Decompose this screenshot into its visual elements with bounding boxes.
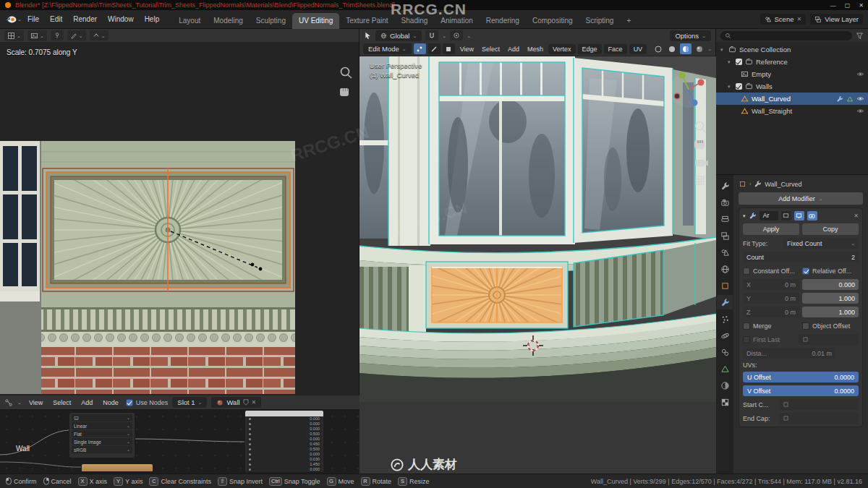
uv-editor-canvas[interactable]: Scale: 0.7075 along Y [0,42,359,395]
node-dropdown-row[interactable]: Linear⌄ [72,422,132,429]
solid-shading-icon[interactable] [666,43,678,54]
properties-tab-view-layer[interactable] [717,228,733,243]
node-slider-row[interactable]: 0.000 [247,437,322,442]
tab-add-workspace[interactable]: + [620,13,637,29]
node-slider-row[interactable]: 0.000 [247,421,322,427]
properties-tab-object[interactable] [717,278,733,293]
app-menu-chevron-icon[interactable]: ⌄ [17,17,22,22]
mode-dropdown[interactable]: Edit Mode⌄ [363,43,412,54]
wireframe-shading-icon[interactable] [652,43,664,54]
eye-icon[interactable] [856,95,864,102]
properties-tab-output[interactable] [717,212,733,226]
object-offset-checkbox[interactable] [802,322,809,330]
node-slider-row[interactable]: 1.450 [247,462,322,467]
collection-checkbox[interactable] [736,59,742,65]
scene-selector[interactable]: Scene ✕ [760,14,807,25]
menu-edit[interactable]: Edit [45,13,67,25]
relative-offset-z-field[interactable]: 1.000 [802,307,859,317]
properties-tab-world[interactable] [717,262,733,276]
tab-layout[interactable]: Layout [172,13,207,29]
properties-tab-render[interactable] [717,195,733,210]
properties-tab-texture[interactable] [717,395,733,409]
node-slider-row[interactable]: 0.000 [247,416,322,421]
relative-offset-y-field[interactable]: 1.000 [802,293,859,304]
shader-menu-add[interactable]: Add [78,399,95,406]
collection-checkbox[interactable] [736,83,742,90]
cursor-tool-icon[interactable] [364,31,372,40]
first-last-checkbox[interactable] [743,336,750,343]
edge-select-icon[interactable] [428,43,441,54]
menu-view[interactable]: View [457,46,477,53]
merge-checkbox[interactable] [743,322,750,330]
slot-dropdown[interactable]: Slot 1⌄ [172,397,207,408]
menu-add[interactable]: Add [505,46,522,53]
merge-distance-field[interactable]: Dista... 0.01 m [743,348,835,359]
collapsed-node-header[interactable] [81,463,153,472]
end-cap-field[interactable] [779,413,859,424]
filter-icon[interactable] [856,32,864,40]
properties-tab-object-data[interactable] [717,361,733,376]
unlink-material-icon[interactable]: ✕ [252,399,257,406]
menu-vertex[interactable]: Vertex [548,44,576,54]
properties-tab-physics[interactable] [717,328,733,343]
menu-help[interactable]: Help [140,13,165,25]
tab-rendering[interactable]: Rendering [480,13,526,29]
realtime-display-toggle[interactable] [794,211,804,221]
material-shading-icon[interactable] [680,43,692,54]
offset-object-field[interactable] [799,334,859,345]
uv-snap-button[interactable]: ⌄ [90,30,109,40]
delete-modifier-button[interactable]: ✕ [854,213,859,219]
snap-toggle-button[interactable] [425,30,438,40]
relative-offset-x-field[interactable]: 0.000 [802,279,859,290]
relative-offset-checkbox[interactable] [802,267,809,275]
node-slider-row[interactable]: 0.000 [247,452,322,457]
node-slider-row[interactable]: 0.030 [247,457,322,462]
face-select-icon[interactable] [443,43,455,54]
outliner-row-walls[interactable]: ▾ Walls [716,80,868,93]
properties-tab-constraints[interactable] [717,345,733,359]
proportional-options-chevron-icon[interactable]: ⌄ [467,33,471,38]
outliner-search-input[interactable] [720,31,852,40]
menu-window[interactable]: Window [103,13,139,25]
tab-sculpting[interactable]: Sculpting [250,13,292,29]
navigation-gizmo[interactable] [671,72,707,108]
eye-icon[interactable] [856,108,864,114]
fit-type-dropdown[interactable]: Fixed Count⌄ [783,238,859,249]
properties-tab-scene[interactable] [717,245,733,260]
menu-render[interactable]: Render [68,13,102,25]
node-dropdown-row[interactable]: Flat⌄ [72,430,132,437]
maximize-button[interactable]: ▢ [845,2,851,9]
fake-user-shield-icon[interactable] [243,399,249,406]
shading-dropdown-icon[interactable]: ⌄ [707,46,712,51]
rendered-shading-icon[interactable] [694,43,705,54]
node-dropdown-row[interactable]: Single Image⌄ [72,438,132,445]
eye-icon[interactable] [856,71,864,77]
image-texture-node[interactable]: ⌄ Linear⌄ Flat⌄ Single Image⌄ sRGB⌄ [69,412,135,458]
uv-select-mode-button[interactable]: ⌄ [67,30,86,40]
menu-mesh[interactable]: Mesh [524,46,546,53]
menu-edge[interactable]: Edge [578,44,602,54]
tab-uv-editing[interactable]: UV Editing [292,13,339,29]
blender-logo-icon[interactable] [5,15,17,24]
orientation-dropdown[interactable]: Global ⌄ [375,30,422,41]
use-nodes-checkbox[interactable] [126,399,133,406]
properties-tab-particles[interactable] [717,312,733,326]
menu-file[interactable]: File [22,13,44,25]
properties-tab-material[interactable] [717,378,733,393]
constant-offset-checkbox[interactable] [743,267,750,275]
shader-node-canvas[interactable]: Wall ⌄ Linear⌄ Flat⌄ Single Image⌄ sRGB⌄… [0,410,359,474]
constant-offset-z-field[interactable]: Z0 m [743,307,799,317]
count-field[interactable]: Count 2 [743,252,859,262]
outliner-row-scene-collection[interactable]: ▾ Scene Collection [716,43,868,56]
viewport-canvas[interactable]: User Perspective (1) Wall_Curved [359,56,716,474]
vertex-select-icon[interactable] [414,43,426,54]
copy-button[interactable]: Copy [802,223,859,235]
render-display-toggle[interactable] [807,211,817,221]
tab-scripting[interactable]: Scripting [579,13,621,29]
menu-uv[interactable]: UV [629,44,647,54]
image-browse-button[interactable]: ⌄ [27,30,47,41]
view-layer-selector[interactable]: View Layer [810,14,863,25]
properties-tab-modifiers[interactable] [717,295,733,309]
node-slider-row[interactable]: 0.000 [247,467,322,472]
node-slider-row[interactable]: 0.500 [247,447,322,452]
